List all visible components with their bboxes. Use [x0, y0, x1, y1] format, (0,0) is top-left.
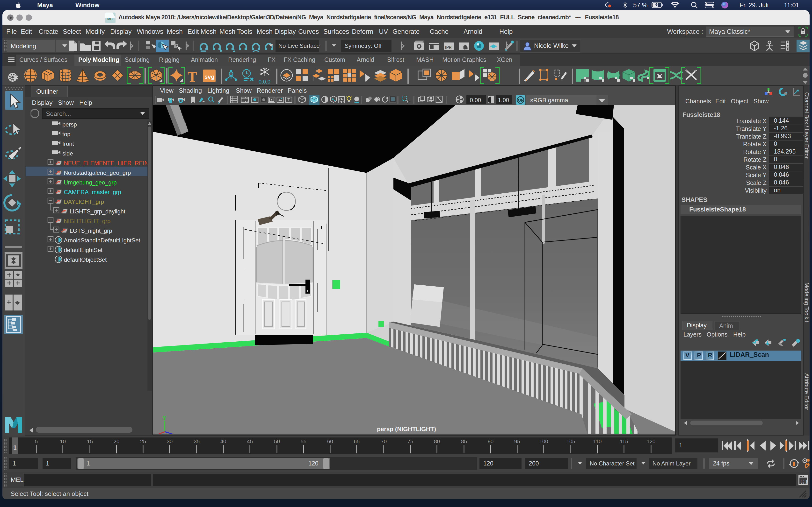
svg-text:75: 75: [407, 439, 413, 445]
svg-text:0,0,0: 0,0,0: [259, 79, 270, 85]
svg-text:ON: ON: [518, 98, 524, 102]
svg-text:45: 45: [247, 439, 253, 445]
svg-text:T: T: [188, 69, 197, 85]
svg-text:T: T: [287, 98, 290, 102]
svg-text:IPR: IPR: [445, 45, 452, 50]
svg-text:{;}: {;}: [800, 479, 808, 484]
svg-text:60: 60: [327, 439, 333, 445]
svg-text:85: 85: [461, 439, 467, 445]
svg-text:1: 1: [13, 444, 16, 451]
svg-text:35: 35: [194, 439, 200, 445]
svg-text:110: 110: [593, 439, 602, 445]
svg-text:10: 10: [60, 439, 66, 445]
svg-text:70: 70: [381, 439, 387, 445]
svg-text:y: y: [163, 414, 166, 420]
svg-text:50: 50: [274, 439, 280, 445]
svg-text:persp (NIGHTLIGHT): persp (NIGHTLIGHT): [377, 426, 436, 433]
svg-text:90: 90: [488, 439, 494, 445]
svg-text:30: 30: [167, 439, 172, 445]
svg-text:65: 65: [354, 439, 360, 445]
svg-text:0.00: 0.00: [470, 97, 481, 103]
svg-text:80: 80: [434, 439, 440, 445]
svg-text:120: 120: [647, 439, 656, 445]
svg-text:40: 40: [220, 439, 226, 445]
svg-text:55: 55: [301, 439, 306, 445]
svg-text:115: 115: [620, 439, 628, 445]
svg-text:20: 20: [114, 439, 119, 445]
svg-text:95: 95: [514, 439, 520, 445]
svg-text:svg: svg: [204, 73, 214, 80]
svg-text:5: 5: [35, 439, 38, 445]
svg-text:105: 105: [566, 439, 575, 445]
svg-text:sRGB gamma: sRGB gamma: [530, 97, 568, 104]
svg-text:1.00: 1.00: [498, 97, 509, 103]
svg-text:15: 15: [87, 439, 93, 445]
svg-text:25: 25: [140, 439, 146, 445]
svg-text:100: 100: [540, 439, 548, 445]
